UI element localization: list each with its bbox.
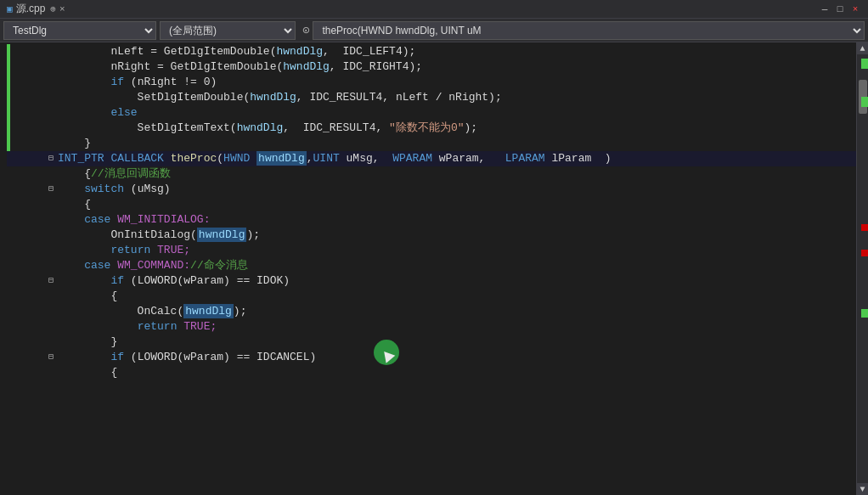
- window-maximize-icon[interactable]: □: [834, 3, 846, 15]
- code-editor[interactable]: nLeft = GetDlgItemDouble(hwndDlg, IDC_LE…: [0, 42, 856, 495]
- window-minimize-icon[interactable]: —: [819, 3, 831, 15]
- code-line: }: [7, 335, 856, 350]
- code-line-return-true-2: return TRUE;: [7, 319, 856, 335]
- close-tab-button[interactable]: ×: [59, 4, 65, 14]
- scroll-marker-red-1: [861, 224, 868, 231]
- code-line: else: [7, 105, 856, 121]
- main-content: nLeft = GetDlgItemDouble(hwndDlg, IDC_LE…: [0, 42, 868, 495]
- code-line-oncalc: OnCalc(hwndDlg);: [7, 304, 856, 319]
- scroll-up-button[interactable]: ▲: [857, 42, 869, 54]
- code-line: {: [7, 197, 856, 212]
- file-icon: ▣: [7, 3, 13, 14]
- code-line: if (nRight != 0): [7, 75, 856, 90]
- scroll-marker-green-2: [861, 97, 868, 107]
- window-controls: — □ ×: [819, 3, 861, 15]
- code-line: {: [7, 365, 856, 380]
- scroll-marker-green-3: [861, 309, 868, 318]
- code-line: ⊟ if (LOWORD(wParam) == IDOK): [7, 273, 856, 289]
- scroll-down-button[interactable]: ▼: [857, 483, 869, 495]
- code-line: case WM_INITDIALOG:: [7, 212, 856, 228]
- title-bar: ▣ 源.cpp ⊕ × — □ ×: [0, 0, 868, 19]
- code-line: }: [7, 136, 856, 151]
- code-line: SetDlgItemDouble(hwndDlg, IDC_RESULT4, n…: [7, 90, 856, 105]
- toolbar: TestDlg (全局范围) ⊙ theProc(HWND hwndDlg, U…: [0, 19, 868, 42]
- change-bar: [7, 44, 10, 59]
- class-dropdown[interactable]: TestDlg: [3, 21, 156, 40]
- code-line: case WM_COMMAND://命令消息: [7, 258, 856, 273]
- scroll-marker-red-2: [861, 250, 868, 256]
- scroll-track[interactable]: [857, 54, 868, 483]
- change-bar: [7, 75, 10, 90]
- change-bar: [7, 121, 10, 136]
- code-line: OnInitDialog(hwndDlg);: [7, 228, 856, 243]
- code-line: nRight = GetDlgItemDouble(hwndDlg, IDC_R…: [7, 59, 856, 75]
- code-line: ⊟ switch (uMsg): [7, 182, 856, 197]
- code-container: nLeft = GetDlgItemDouble(hwndDlg, IDC_LE…: [7, 42, 856, 380]
- change-bar: [7, 59, 10, 75]
- window-close-icon[interactable]: ×: [849, 3, 861, 15]
- code-line: nLeft = GetDlgItemDouble(hwndDlg, IDC_LE…: [7, 44, 856, 59]
- filename: 源.cpp: [16, 2, 46, 16]
- code-line-theproc: ⊟ INT_PTR CALLBACK theProc(HWND hwndDlg,…: [7, 151, 856, 166]
- change-bar: [7, 136, 10, 151]
- pin-icon[interactable]: ⊕: [50, 3, 56, 14]
- vertical-scrollbar[interactable]: ▲ ▼: [856, 42, 868, 495]
- code-line: {//消息回调函数: [7, 166, 856, 182]
- method-icon: ⊙: [302, 23, 309, 37]
- scroll-marker-green-1: [861, 59, 868, 69]
- code-line-return-true-1: return TRUE;: [7, 243, 856, 258]
- code-line: SetDlgItemText(hwndDlg, IDC_RESULT4, "除数…: [7, 121, 856, 136]
- method-dropdown[interactable]: theProc(HWND hwndDlg, UINT uM: [313, 21, 865, 40]
- change-bar: [7, 90, 10, 105]
- change-bar: [7, 105, 10, 121]
- code-line: ⊟ if (LOWORD(wParam) == IDCANCEL): [7, 350, 856, 365]
- code-line: {: [7, 289, 856, 304]
- scope-dropdown[interactable]: (全局范围): [160, 21, 296, 40]
